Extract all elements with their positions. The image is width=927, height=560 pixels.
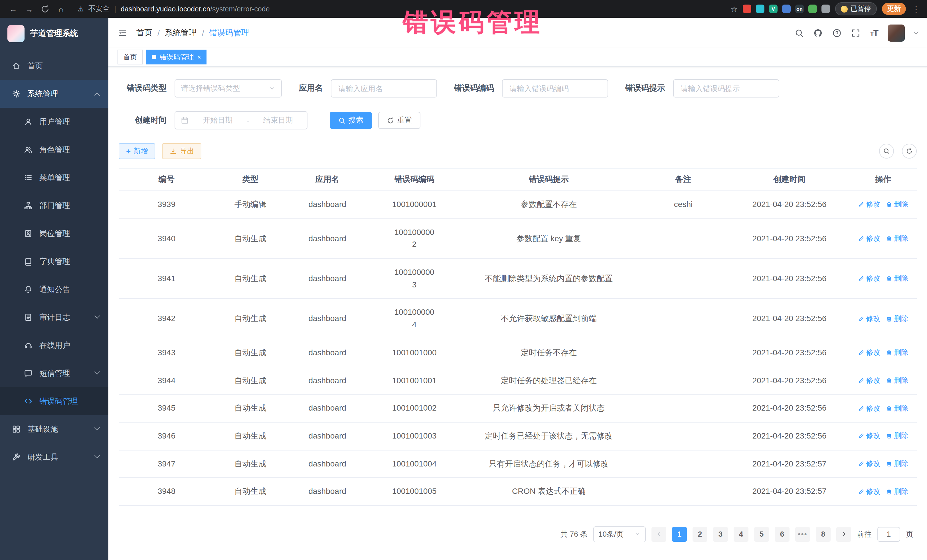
cell-remark xyxy=(637,231,729,246)
edit-link[interactable]: 修改 xyxy=(858,459,880,469)
trash-icon xyxy=(886,433,892,439)
cell-remark xyxy=(637,428,729,443)
delete-link[interactable]: 删除 xyxy=(886,200,908,209)
avatar[interactable] xyxy=(887,24,905,41)
sidebar-item-headset[interactable]: 在线用户 xyxy=(0,331,108,359)
sidebar-item-user[interactable]: 用户管理 xyxy=(0,108,108,136)
browser-forward-icon[interactable]: → xyxy=(22,2,36,16)
cell-error-message: 参数配置不存在 xyxy=(460,191,637,218)
sidebar-collapse-icon[interactable] xyxy=(117,28,127,38)
page-number-button[interactable]: 8 xyxy=(816,527,831,542)
refresh-table-button[interactable] xyxy=(902,144,917,159)
page-number-button[interactable]: 4 xyxy=(734,527,748,542)
sidebar-item-document-log[interactable]: 审计日志 xyxy=(0,304,108,331)
page-number-button[interactable]: 3 xyxy=(713,527,728,542)
error-hint-input[interactable] xyxy=(673,79,779,97)
sidebar-item-book[interactable]: 字典管理 xyxy=(0,247,108,275)
cell-created-time: 2021-04-20 23:52:57 xyxy=(729,478,849,505)
green-v-extension-icon[interactable]: V xyxy=(769,5,778,13)
browser-back-icon[interactable]: ← xyxy=(6,2,21,16)
sidebar-item-org-tree[interactable]: 部门管理 xyxy=(0,191,108,220)
sidebar-item-wrench[interactable]: 研发工具 xyxy=(0,443,108,471)
delete-link[interactable]: 删除 xyxy=(886,404,908,413)
tag-tab[interactable]: 错误码管理 × xyxy=(146,50,207,64)
sidebar-item-home[interactable]: 首页 xyxy=(0,52,108,80)
edit-link[interactable]: 修改 xyxy=(858,487,880,496)
delete-link[interactable]: 删除 xyxy=(886,274,908,284)
next-page-button[interactable] xyxy=(836,527,851,542)
add-button[interactable]: + 新增 xyxy=(119,143,155,159)
font-size-icon[interactable]: TT xyxy=(870,28,878,38)
update-button[interactable]: 更新 xyxy=(882,3,906,15)
main-area: 首页 / 系统管理 / 错误码管理 TT 首页 错误码管理 × xyxy=(108,18,927,560)
delete-link[interactable]: 删除 xyxy=(886,314,908,323)
export-button[interactable]: 导出 xyxy=(162,143,201,159)
prev-page-button[interactable] xyxy=(652,527,666,542)
goto-page-input[interactable] xyxy=(877,527,900,542)
teal-extension-icon[interactable] xyxy=(756,5,764,13)
more-pages-button[interactable]: ••• xyxy=(795,527,810,542)
browser-home-icon[interactable]: ⌂ xyxy=(54,2,68,16)
sidebar-item-message[interactable]: 短信管理 xyxy=(0,359,108,387)
delete-link[interactable]: 删除 xyxy=(886,348,908,358)
page-size-select[interactable]: 10条/页 xyxy=(593,527,646,542)
close-icon[interactable]: × xyxy=(198,54,201,60)
error-type-select[interactable]: 请选择错误码类型 xyxy=(175,79,282,97)
search-icon[interactable] xyxy=(795,28,804,37)
home-icon xyxy=(12,62,21,70)
delete-link[interactable]: 删除 xyxy=(886,487,908,496)
help-icon[interactable] xyxy=(832,28,842,37)
delete-link[interactable]: 删除 xyxy=(886,234,908,243)
bookmark-star-icon[interactable]: ☆ xyxy=(731,4,738,14)
red-extension-icon[interactable] xyxy=(743,5,751,13)
edit-link[interactable]: 修改 xyxy=(858,274,880,284)
page-number-button[interactable]: 6 xyxy=(775,527,790,542)
cell-remark xyxy=(637,484,729,499)
search-button[interactable]: 搜索 xyxy=(330,112,372,129)
page-number-button[interactable]: 1 xyxy=(672,527,687,542)
green-leaf-extension-icon[interactable] xyxy=(808,5,817,13)
sidebar-item-code[interactable]: 错误码管理 xyxy=(0,387,108,415)
avatar-dropdown-icon[interactable] xyxy=(914,30,919,35)
breadcrumb-item[interactable]: / 错误码管理 xyxy=(197,28,249,38)
delete-link[interactable]: 删除 xyxy=(886,459,908,469)
edit-link[interactable]: 修改 xyxy=(858,314,880,323)
blue-grid-extension-icon[interactable] xyxy=(782,5,791,13)
reset-button[interactable]: 重置 xyxy=(378,112,421,129)
edit-link[interactable]: 修改 xyxy=(858,348,880,358)
sidebar-item-id-badge[interactable]: 岗位管理 xyxy=(0,220,108,247)
page-number-button[interactable]: 2 xyxy=(693,527,707,542)
edit-link[interactable]: 修改 xyxy=(858,200,880,209)
breadcrumb-item[interactable]: 首页 xyxy=(136,28,152,38)
tag-tab[interactable]: 首页 xyxy=(117,50,143,64)
sidebar-item-users[interactable]: 角色管理 xyxy=(0,136,108,164)
sidebar-item-grid[interactable]: 基础设施 xyxy=(0,415,108,443)
cell-created-time: 2021-04-20 23:52:56 xyxy=(729,191,849,218)
column-header: 错误码编码 xyxy=(369,175,460,185)
edit-link[interactable]: 修改 xyxy=(858,234,880,243)
cell-app-name: dashboard xyxy=(286,450,369,477)
on-badge-extension-icon[interactable]: on xyxy=(795,5,804,13)
breadcrumb-item[interactable]: / 系统管理 xyxy=(152,28,197,38)
delete-link[interactable]: 删除 xyxy=(886,376,908,385)
table-row: 3947 自动生成 dashboard 1001001004 只有开启状态的任务… xyxy=(119,450,917,478)
create-time-range-picker[interactable]: 开始日期 - 结束日期 xyxy=(175,111,307,129)
sidebar-item-bell[interactable]: 通知公告 xyxy=(0,275,108,304)
browser-refresh-icon[interactable] xyxy=(38,2,53,16)
edit-link[interactable]: 修改 xyxy=(858,404,880,413)
puzzle-extension-icon[interactable] xyxy=(821,5,830,13)
toggle-search-button[interactable] xyxy=(879,144,894,159)
github-icon[interactable] xyxy=(813,28,823,37)
fullscreen-icon[interactable] xyxy=(851,28,860,37)
paused-badge[interactable]: 已暂停 xyxy=(835,2,877,15)
sidebar-item-gear[interactable]: 系统管理 xyxy=(0,80,108,108)
sidebar-item-menu-list[interactable]: 菜单管理 xyxy=(0,164,108,191)
delete-link[interactable]: 删除 xyxy=(886,431,908,441)
app-name-input[interactable] xyxy=(331,79,437,97)
browser-menu-icon[interactable]: ⋮ xyxy=(911,4,921,14)
edit-link[interactable]: 修改 xyxy=(858,376,880,385)
page-number-button[interactable]: 5 xyxy=(754,527,769,542)
error-code-input[interactable] xyxy=(502,79,608,97)
edit-link[interactable]: 修改 xyxy=(858,431,880,441)
cell-remark xyxy=(637,345,729,360)
